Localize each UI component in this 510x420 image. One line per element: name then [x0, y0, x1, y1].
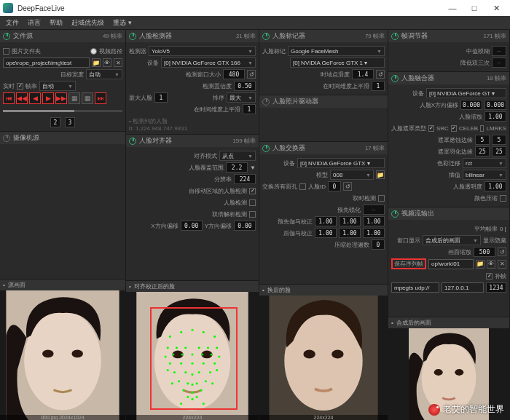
folder-icon[interactable]: 📁 [92, 58, 101, 67]
preview-aligned: 224x224 [126, 292, 259, 421]
power-icon[interactable] [262, 145, 270, 152]
target-width-select[interactable]: 自动▼ [86, 69, 122, 79]
camera-source-header: 摄像机源 [0, 131, 125, 144]
power-icon[interactable] [262, 33, 270, 40]
sort-select[interactable]: 最大▼ [227, 92, 256, 103]
reset-icon[interactable]: ↺ [247, 70, 256, 79]
video-path-radio[interactable] [90, 48, 97, 55]
yoff-input[interactable]: 0.00 [234, 221, 256, 231]
preview-label-aligned: 对齐校正后的脸 [134, 282, 175, 290]
maxfaces-input[interactable]: 1 [154, 92, 168, 103]
realtime-checkbox[interactable]: ✓ [17, 83, 23, 90]
coverage-input[interactable]: 2.2 [226, 162, 248, 173]
seq-path-input[interactable]: op\work\01 [428, 259, 474, 269]
port-input[interactable]: 1234 [486, 282, 506, 293]
power-icon[interactable] [391, 75, 399, 82]
menu-reset[interactable]: 重选 ▾ [113, 18, 132, 28]
menu-file[interactable]: 文件 [6, 18, 19, 28]
threshold-input[interactable]: 0.50 [234, 81, 256, 91]
eye-icon[interactable]: 👁 [487, 260, 495, 269]
seek-slider[interactable] [3, 110, 122, 112]
addr-input[interactable]: 127.0.0.1 [442, 282, 484, 293]
face-marker-header: 人脸标记器 79 帧率 [259, 29, 388, 42]
power-icon[interactable] [391, 33, 399, 40]
exclude-checkbox[interactable]: ✓ [249, 188, 256, 194]
proto-input[interactable]: mpegts udp:// [391, 282, 439, 293]
power-icon[interactable] [129, 33, 136, 40]
face-aligner-header: 人脸对齐器 159 帧率 [126, 134, 259, 147]
reset-icon[interactable]: ↺ [498, 247, 506, 256]
power-icon[interactable] [262, 98, 270, 106]
stream-output-header: 视频流输出 [388, 207, 509, 220]
preview-label-merged: 合成后的画面 [396, 319, 431, 327]
resolution-input[interactable]: 224 [234, 174, 256, 184]
marker-temp2-input[interactable]: 1 [372, 81, 385, 91]
minimize-button[interactable]: — [442, 0, 463, 16]
seek-last-button[interactable]: ⏭ [95, 92, 106, 104]
face-detector-header: 人脸检测器 21 帧率 [126, 29, 259, 42]
svg-point-59 [434, 369, 443, 376]
window-size-input[interactable]: 480 [223, 69, 245, 79]
path-input[interactable]: ope\rope_project\img\test [3, 58, 90, 68]
clear-icon[interactable]: ✕ [498, 260, 506, 269]
grid-button-1[interactable]: ▦ [68, 92, 80, 104]
menu-help[interactable]: 帮助 [50, 18, 63, 28]
head-checkbox[interactable] [249, 199, 256, 206]
src-checkbox[interactable]: ✓ [428, 125, 434, 132]
source-mode-select[interactable]: 合成后的画面▼ [423, 235, 481, 245]
preview-source: 000.jpg 2024x1024 [0, 290, 125, 421]
reset-icon[interactable]: ↺ [376, 70, 385, 79]
close-button[interactable]: ✕ [485, 0, 507, 16]
power-icon[interactable] [129, 138, 136, 145]
faceid-input[interactable]: 0 [328, 181, 341, 191]
grid-button-2[interactable]: ▦ [82, 92, 93, 104]
swapall-checkbox[interactable] [299, 183, 306, 190]
step-back-button[interactable]: ◀ [29, 92, 41, 104]
temporal-smooth-input[interactable]: 1 [243, 104, 256, 114]
ct-select[interactable]: rct▼ [463, 158, 506, 168]
seek-first-button[interactable]: ⏮ [3, 92, 15, 104]
marker-temp-input[interactable]: 1.4 [352, 69, 374, 79]
play-button[interactable]: ▶ [42, 92, 54, 104]
detect-box [150, 307, 238, 410]
menubar: 文件 语言 帮助 赶域优先级 重选 ▾ [0, 16, 510, 29]
power-icon[interactable] [3, 135, 10, 142]
menu-priority[interactable]: 赶域优先级 [71, 18, 104, 28]
xoff-input[interactable]: 0.00 [181, 221, 203, 231]
lmrks-checkbox[interactable] [480, 125, 484, 132]
marker-select[interactable]: Google FaceMesh▼ [288, 46, 385, 56]
passes-input[interactable]: 0 [372, 239, 385, 250]
app-icon [3, 3, 13, 13]
interp-select[interactable]: bilinear▼ [463, 170, 506, 180]
folder-icon[interactable]: 📁 [376, 170, 385, 179]
celeb-checkbox[interactable]: ✓ [451, 125, 457, 132]
twopass-checkbox[interactable] [378, 195, 385, 202]
marker-device-select[interactable]: [0] NVIDIA GeForce GTX 1 ▾ [290, 58, 385, 68]
seq-checkbox[interactable]: ✓ [486, 273, 493, 280]
seek-fwd-button[interactable]: ▶▶ [55, 92, 67, 104]
merge-device-select[interactable]: [0] NVIDIA GeForce GT ▾ [426, 88, 506, 98]
svg-point-3 [71, 349, 83, 357]
align-mode-select[interactable]: 从点▼ [219, 151, 256, 161]
folder-icon[interactable]: 📁 [476, 260, 484, 269]
swap-device-select[interactable]: [0] NVIDIA GeForce GTX ▾ [297, 158, 385, 168]
maximize-button[interactable]: □ [463, 0, 485, 16]
eye-icon[interactable]: 👁 [103, 58, 111, 67]
fps-select[interactable]: 自动▼ [39, 81, 76, 91]
frame-adjuster-header: 帧调节器 171 帧率 [388, 29, 509, 42]
swap-model-select[interactable]: 008▼ [330, 170, 374, 180]
clear-icon[interactable]: ✕ [114, 58, 122, 67]
image-folder-checkbox[interactable] [3, 48, 9, 55]
double-checkbox[interactable] [249, 211, 256, 218]
menu-language[interactable]: 语言 [28, 18, 41, 28]
seek-back-button[interactable]: ◀◀ [16, 92, 28, 104]
detector-device-select[interactable]: [0] NVIDIA GeForce GTX 166▼ [161, 58, 256, 68]
power-icon[interactable] [391, 210, 399, 218]
detector-select[interactable]: YoloV5▼ [149, 46, 256, 56]
face-swapper-header: 人脸交换器 17 帧率 [259, 141, 388, 154]
svg-point-2 [42, 349, 54, 357]
reset-icon[interactable]: ↺ [343, 182, 352, 191]
power-icon[interactable] [3, 33, 10, 40]
svg-point-56 [332, 349, 343, 358]
app-title: DeepFaceLive [17, 4, 442, 12]
